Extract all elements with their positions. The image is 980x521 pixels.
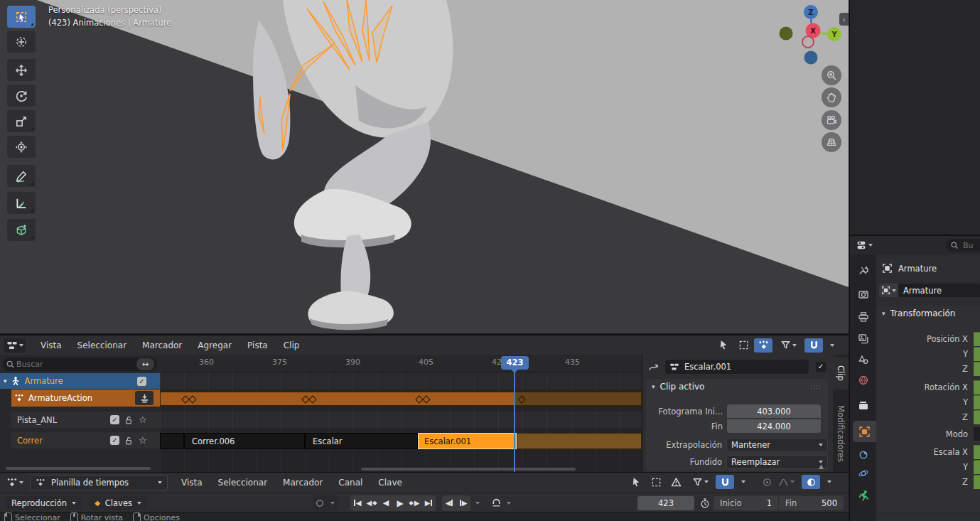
push-down-action-button[interactable] — [135, 391, 154, 405]
playhead-line[interactable] — [514, 356, 515, 473]
object-name-field[interactable]: Armature — [898, 284, 980, 297]
keying-set-dropdown[interactable]: ◆ Claves — [89, 496, 147, 510]
frame-start-field[interactable]: 403.000 — [727, 404, 821, 418]
only-errors-button[interactable] — [667, 475, 685, 489]
proportional-edit-button[interactable] — [758, 475, 776, 489]
frame-start-field[interactable]: Inicio 1 — [714, 496, 778, 510]
tab-output[interactable] — [855, 308, 872, 326]
solo-star-icon[interactable]: ☆ — [139, 436, 147, 445]
filter-button[interactable] — [778, 338, 799, 353]
value-field-sliver[interactable] — [974, 347, 980, 361]
nla-menu-seleccionar[interactable]: Seleccionar — [70, 340, 134, 350]
tab-tool[interactable] — [855, 262, 872, 279]
transform-row[interactable]: Y — [876, 394, 980, 409]
sidebar-collapse-tab[interactable]: ‹ — [839, 13, 849, 26]
zoom-view-button[interactable] — [822, 65, 841, 85]
cursor-tool-button[interactable] — [7, 31, 36, 53]
play-button[interactable]: ▶ — [393, 495, 407, 510]
transform-row[interactable]: Escala X — [876, 444, 980, 459]
box-select-tool-button[interactable] — [7, 6, 36, 28]
properties-editor-type-button[interactable] — [854, 238, 875, 252]
animate-property-icon[interactable] — [648, 361, 659, 372]
frame-end-field[interactable]: 424.000 — [727, 419, 821, 433]
auto-key-record-button[interactable] — [313, 495, 327, 510]
tab-scene[interactable] — [855, 351, 872, 368]
select-mode-button[interactable] — [714, 338, 733, 353]
value-field-sliver[interactable] — [974, 460, 980, 474]
transform-row[interactable]: Rotación X — [876, 380, 980, 394]
nla-menu-clip[interactable]: Clip — [276, 340, 308, 350]
blend-dropdown[interactable]: Reemplazar — [726, 455, 828, 469]
pan-view-button[interactable] — [822, 87, 841, 107]
overlays-options-button[interactable] — [820, 475, 839, 489]
transform-panel-header[interactable]: ▾ Transformación — [876, 306, 980, 321]
view-axis-gizmo[interactable]: Z X Y — [772, 1, 846, 72]
snap-options-button[interactable] — [823, 338, 841, 353]
tab-view-layer[interactable] — [855, 331, 872, 348]
snap-options-button[interactable] — [734, 475, 753, 489]
strip-area-scrollbar[interactable] — [361, 468, 576, 471]
measure-tool-button[interactable] — [7, 192, 36, 214]
snap-toggle-button[interactable] — [716, 475, 734, 489]
nla-editor-type-button[interactable] — [4, 338, 26, 353]
timeline-menu-clave[interactable]: Clave — [370, 478, 410, 488]
add-cube-tool-button[interactable] — [7, 219, 36, 241]
toggle-projection-button[interactable] — [822, 132, 841, 152]
scale-tool-button[interactable] — [7, 110, 36, 132]
clip-panel-header[interactable]: ▾ Clip activo ∷∷ — [646, 379, 828, 394]
timeline-menu-canal[interactable]: Canal — [330, 478, 370, 488]
camera-view-button[interactable] — [822, 110, 841, 130]
prev-frame-button[interactable]: ◀ — [442, 495, 456, 510]
expand-chevron-icon[interactable]: ▾ — [4, 377, 7, 385]
box-select-mode-button[interactable] — [647, 475, 665, 489]
nla-menu-pista[interactable]: Pista — [239, 340, 276, 350]
preview-range-button[interactable] — [489, 495, 503, 510]
tab-clip[interactable]: Clip — [833, 357, 849, 390]
timeline-menu-vista[interactable]: Vista — [173, 478, 210, 488]
value-field-sliver[interactable] — [974, 445, 980, 459]
strip-segment[interactable] — [160, 433, 184, 449]
nla-track-pista-anl[interactable]: Pista_ANL ✓ ☆ — [11, 412, 160, 428]
properties-search-input[interactable] — [962, 240, 980, 251]
track-enable-checkbox[interactable]: ✓ — [137, 377, 146, 386]
nla-menu-vista[interactable]: Vista — [33, 340, 70, 350]
action-strip[interactable] — [160, 392, 515, 406]
nla-track-correr[interactable]: Correr ✓ ☆ — [11, 432, 160, 449]
tab-collection[interactable] — [855, 397, 872, 414]
strip-escalar-001-selected[interactable]: Escalar.001 — [418, 433, 517, 449]
lock-icon[interactable] — [124, 436, 134, 446]
strip-mute-checkbox[interactable]: ✓ — [816, 362, 826, 372]
playback-dropdown[interactable]: Reproducción — [6, 496, 82, 510]
solo-star-icon[interactable]: ☆ — [139, 415, 147, 424]
transform-tool-button[interactable] — [7, 136, 36, 158]
transform-row[interactable]: Y — [876, 346, 980, 361]
panel-drag-dots-icon[interactable]: ∷∷ — [810, 383, 821, 391]
nla-menu-marcador[interactable]: Marcador — [134, 340, 190, 350]
transform-row-modo[interactable]: Modo — [876, 426, 980, 441]
nla-ruler[interactable]: 360 375 390 405 420 435 — [160, 355, 642, 372]
transform-row[interactable]: Posición X — [876, 331, 980, 346]
value-field-sliver[interactable] — [974, 380, 980, 394]
timeline-menu-marcador[interactable]: Marcador — [275, 478, 330, 488]
tab-object-data[interactable] — [855, 487, 872, 504]
rotate-tool-button[interactable] — [7, 85, 36, 107]
strip-escalar-001-hold[interactable] — [517, 433, 642, 449]
value-field-sliver[interactable] — [974, 427, 980, 441]
sync-selection-button[interactable] — [754, 338, 772, 353]
nla-track-armatureaction[interactable]: ArmatureAction — [11, 390, 160, 407]
auto-key-options-button[interactable] — [327, 495, 338, 510]
dope-sheet-mode-dropdown[interactable]: Planilla de tiempos — [30, 475, 168, 490]
filter-button[interactable] — [690, 475, 711, 489]
frame-end-field[interactable]: Fin 500 — [779, 496, 844, 510]
viewport-3d[interactable]: Personalizada (perspectiva) (423) Animac… — [0, 0, 849, 333]
value-field-sliver[interactable] — [974, 362, 980, 376]
track-enable-checkbox[interactable]: ✓ — [110, 436, 119, 445]
current-frame-field[interactable]: 423 — [637, 496, 694, 510]
proportional-falloff-button[interactable] — [776, 475, 797, 489]
tab-render[interactable] — [855, 286, 872, 303]
channel-scrollbar[interactable] — [6, 467, 151, 470]
next-keyframe-button[interactable]: ◆▶ — [407, 495, 421, 510]
strip-escalar[interactable]: Escalar — [305, 433, 418, 449]
tab-constraints[interactable] — [855, 446, 872, 463]
play-reverse-button[interactable]: ◀ — [379, 495, 393, 510]
